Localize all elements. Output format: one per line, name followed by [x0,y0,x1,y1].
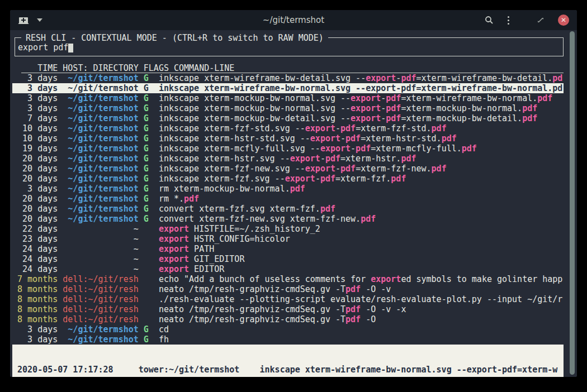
menu-kebab-icon[interactable] [508,16,509,25]
row-segment: pdf [537,93,552,103]
row-segment: 20 days [12,204,68,214]
history-row[interactable]: 19 days ~/git/termshot G inkscape xterm-… [12,144,564,154]
restore-button[interactable] [537,17,544,23]
history-row[interactable]: 22 days ~ export HISTFILE=~/.zsh_history… [12,224,564,234]
row-segment: HISTFILE=~/.zsh_history_2 [189,224,320,234]
row-segment: convert xterm-fzf.svg xterm-fzf. [149,204,320,214]
row-segment: pdf [442,133,457,144]
row-segment: G [144,93,149,103]
history-row[interactable]: 10 days ~/git/termshot G inkscape xterm-… [12,123,564,133]
row-segment: =xterm-fzf. [335,174,391,184]
row-segment: 24 days ~ [12,264,159,274]
row-segment: - [381,113,386,123]
row-segment: -O -v [361,284,391,294]
history-row[interactable]: 10 days ~/git/termshot G inkscape xterm-… [12,133,564,144]
row-segment: G [144,334,149,345]
row-segment: G [144,133,149,144]
row-segment: inkscape xterm-hstr.svg -- [149,154,290,164]
history-row[interactable]: 8 months dell:~/git/resh ./resh-evaluate… [12,294,564,304]
row-segment: - [335,164,340,174]
history-row[interactable]: 8 months dell:~/git/resh neato /tmp/resh… [12,304,564,314]
row-segment: export [351,93,381,103]
row-segment: G [144,194,149,204]
row-segment: G [144,73,149,83]
row-segment: G [144,103,149,113]
row-segment: inkscape xterm-fzf.svg -- [149,174,285,184]
row-segment: pdf [320,204,335,214]
row-segment [139,133,144,144]
scrollbar-thumb[interactable] [570,31,575,375]
history-row-selected[interactable]: 3 days ~/git/termshot G inkscape xterm-w… [12,83,564,93]
row-segment: inkscape xterm-mockup-bw-normal.svg -- [149,93,351,103]
row-segment: 7 days [12,113,68,123]
row-segment: ~/git/termshot [68,184,138,194]
row-segment: 20 days [12,194,68,204]
history-row[interactable]: 24 days ~ export EDITOR [12,264,564,274]
row-segment: 8 months [12,284,58,294]
row-segment: echo "Add a bunch of useless comments fo… [139,274,371,284]
row-segment: =xterm-fzf-std. [356,123,431,133]
resh-search-box[interactable]: RESH CLI - CONTEXTUAL MODE - (CTRL+R to … [15,37,564,56]
row-segment: convert xterm-fzf-new.svg xterm-fzf-new. [149,214,361,224]
row-segment: pdf [320,174,335,184]
new-tab-button[interactable] [18,15,30,25]
history-row[interactable]: 20 days ~/git/termshot G convert xterm-f… [12,214,564,224]
row-segment: ./resh-evaluate --plotting-script evalua… [139,294,563,304]
row-segment [139,164,144,174]
row-segment [139,144,144,154]
row-segment: export [310,133,340,144]
row-segment: pdf [356,144,371,154]
search-icon[interactable] [485,16,494,25]
history-row[interactable]: 8 months dell:~/git/resh neato /tmp/resh… [12,314,564,324]
row-segment: G [144,184,149,194]
history-row[interactable]: 20 days ~/git/termshot G inkscape xterm-… [12,154,564,164]
scrollbar[interactable] [568,30,577,377]
search-input[interactable]: export pdf [18,42,73,52]
row-segment: 8 months [12,314,58,324]
row-segment: dell:~/git/resh [63,274,138,284]
row-segment: export [305,164,335,174]
history-row[interactable]: 24 days ~ export GIT_EDITOR [12,254,564,264]
history-row[interactable]: 20 days ~/git/termshot G inkscape xterm-… [12,164,564,174]
row-segment: ~/git/termshot [68,334,138,345]
row-segment: G [144,174,149,184]
titlebar[interactable]: ~/git/termshot ✕ [10,10,577,30]
row-segment: ~/git/termshot [68,133,138,144]
history-row[interactable]: 3 days ~/git/termshot G cd [12,324,564,334]
row-segment: G [144,154,149,164]
status-line-1: 2020-05-07 17:17:28 tower:~/git/termshot… [12,365,564,375]
history-row[interactable]: 7 days ~/git/termshot G inkscape xterm-m… [12,113,564,123]
row-segment: G [144,324,149,334]
row-segment: pdf [184,194,199,204]
row-segment: EDITOR [189,264,224,274]
row-segment: export [159,244,189,254]
row-segment: G [144,123,149,133]
history-row[interactable]: 3 days ~/git/termshot G inkscape xterm-m… [12,93,564,103]
history-row[interactable]: 7 months dell:~/git/resh echo "Add a bun… [12,274,564,284]
row-segment: =xterm-hstr-std. [361,133,442,144]
history-row[interactable]: 24 days ~ export PATH [12,244,564,254]
history-row[interactable]: 8 months dell:~/git/resh neato /tmp/resh… [12,284,564,294]
history-row[interactable]: 3 days ~/git/termshot G inkscape xterm-w… [12,73,564,83]
row-segment: ~/git/termshot [68,174,138,184]
history-row[interactable]: 20 days ~/git/termshot G convert xterm-f… [12,204,564,214]
row-segment [139,154,144,164]
history-row[interactable]: 20 days ~/git/termshot G inkscape xterm-… [12,174,564,184]
row-segment [139,103,144,113]
row-segment: pdf [340,123,356,133]
row-segment: ~/git/termshot [68,154,138,164]
history-row[interactable]: 3 days ~/git/termshot G rm xterm-mockup-… [12,184,564,194]
history-row[interactable]: 20 days ~/git/termshot G rm *.pdf [12,194,564,204]
close-button[interactable]: ✕ [558,15,569,26]
history-row[interactable]: 3 days ~/git/termshot G fh [12,334,564,345]
row-segment: pdf [462,144,477,154]
row-segment: export [320,144,351,154]
row-segment: ed symbols to make golinter happ [401,274,562,284]
search-box-title: RESH CLI - CONTEXTUAL MODE - (CTRL+R to … [21,33,328,43]
row-segment: inkscape xterm-fzf-std.svg -- [149,123,305,133]
history-row[interactable]: 3 days ~/git/termshot G inkscape xterm-m… [12,103,564,113]
row-segment: 7 months [12,274,58,284]
history-row[interactable]: 23 days ~ export HSTR_CONFIG=hicolor [12,234,564,244]
row-segment: 3 days [12,73,68,83]
chevron-down-icon[interactable] [37,18,42,22]
